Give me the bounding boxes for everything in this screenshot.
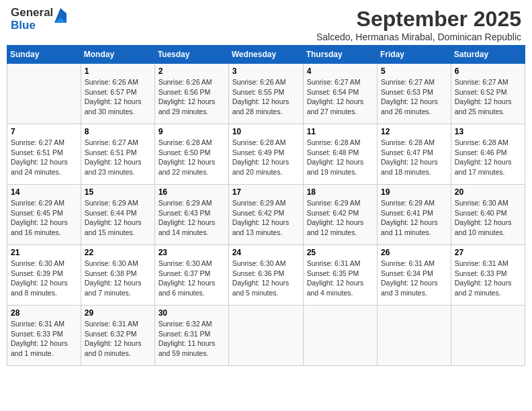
calendar-week-row: 21Sunrise: 6:30 AM Sunset: 6:39 PM Dayli… (7, 245, 525, 306)
day-number: 21 (11, 248, 77, 257)
weekday-header-sunday: Sunday (7, 46, 81, 64)
day-info: Sunrise: 6:30 AM Sunset: 6:37 PM Dayligh… (159, 259, 225, 298)
weekday-header-saturday: Saturday (451, 46, 525, 64)
logo: General Blue (11, 7, 66, 32)
calendar-cell: 6Sunrise: 6:27 AM Sunset: 6:52 PM Daylig… (451, 64, 525, 124)
day-number: 18 (307, 187, 373, 197)
location-subtitle: Salcedo, Hermanas Mirabal, Dominican Rep… (316, 32, 521, 42)
day-number: 26 (381, 248, 447, 257)
calendar-cell (303, 306, 377, 366)
calendar-cell: 10Sunrise: 6:28 AM Sunset: 6:49 PM Dayli… (228, 124, 303, 185)
day-info: Sunrise: 6:29 AM Sunset: 6:45 PM Dayligh… (11, 198, 77, 238)
calendar-table: SundayMondayTuesdayWednesdayThursdayFrid… (7, 45, 525, 366)
weekday-header-friday: Friday (378, 46, 451, 64)
calendar-week-row: 7Sunrise: 6:27 AM Sunset: 6:51 PM Daylig… (7, 124, 525, 185)
day-number: 6 (455, 66, 521, 76)
weekday-header-tuesday: Tuesday (154, 46, 228, 64)
day-number: 7 (11, 127, 77, 136)
day-info: Sunrise: 6:31 AM Sunset: 6:33 PM Dayligh… (455, 259, 521, 298)
weekday-header-monday: Monday (81, 46, 154, 64)
calendar-cell (7, 64, 81, 124)
calendar-cell: 30Sunrise: 6:32 AM Sunset: 6:31 PM Dayli… (154, 306, 228, 366)
day-info: Sunrise: 6:31 AM Sunset: 6:34 PM Dayligh… (381, 259, 447, 298)
day-info: Sunrise: 6:29 AM Sunset: 6:44 PM Dayligh… (85, 198, 151, 238)
day-info: Sunrise: 6:29 AM Sunset: 6:42 PM Dayligh… (232, 198, 300, 238)
day-number: 14 (11, 187, 77, 197)
day-info: Sunrise: 6:26 AM Sunset: 6:56 PM Dayligh… (159, 77, 225, 117)
calendar-cell: 12Sunrise: 6:28 AM Sunset: 6:47 PM Dayli… (378, 124, 451, 185)
calendar-cell: 16Sunrise: 6:29 AM Sunset: 6:43 PM Dayli… (154, 185, 228, 245)
calendar-cell (451, 306, 525, 366)
calendar-cell: 1Sunrise: 6:26 AM Sunset: 6:57 PM Daylig… (81, 64, 154, 124)
day-info: Sunrise: 6:26 AM Sunset: 6:55 PM Dayligh… (232, 77, 300, 117)
day-info: Sunrise: 6:28 AM Sunset: 6:49 PM Dayligh… (232, 138, 300, 177)
calendar-cell: 19Sunrise: 6:29 AM Sunset: 6:41 PM Dayli… (378, 185, 451, 245)
day-info: Sunrise: 6:28 AM Sunset: 6:46 PM Dayligh… (455, 138, 521, 177)
day-number: 30 (159, 308, 225, 318)
page-header: General Blue September 2025 Salcedo, Her… (7, 7, 525, 42)
day-number: 8 (85, 127, 151, 136)
day-number: 28 (11, 308, 77, 318)
day-info: Sunrise: 6:27 AM Sunset: 6:51 PM Dayligh… (11, 138, 77, 177)
day-number: 10 (232, 127, 300, 136)
calendar-cell: 29Sunrise: 6:31 AM Sunset: 6:32 PM Dayli… (81, 306, 154, 366)
day-info: Sunrise: 6:30 AM Sunset: 6:39 PM Dayligh… (11, 259, 77, 298)
day-number: 19 (381, 187, 447, 197)
day-info: Sunrise: 6:30 AM Sunset: 6:38 PM Dayligh… (85, 259, 151, 298)
day-number: 29 (85, 308, 151, 318)
calendar-cell: 23Sunrise: 6:30 AM Sunset: 6:37 PM Dayli… (154, 245, 228, 306)
day-info: Sunrise: 6:31 AM Sunset: 6:32 PM Dayligh… (85, 319, 151, 359)
day-number: 9 (159, 127, 225, 136)
calendar-cell: 15Sunrise: 6:29 AM Sunset: 6:44 PM Dayli… (81, 185, 154, 245)
calendar-cell: 26Sunrise: 6:31 AM Sunset: 6:34 PM Dayli… (378, 245, 451, 306)
day-number: 23 (159, 248, 225, 257)
calendar-week-row: 14Sunrise: 6:29 AM Sunset: 6:45 PM Dayli… (7, 185, 525, 245)
calendar-cell: 3Sunrise: 6:26 AM Sunset: 6:55 PM Daylig… (228, 64, 303, 124)
day-info: Sunrise: 6:30 AM Sunset: 6:36 PM Dayligh… (232, 259, 300, 298)
day-info: Sunrise: 6:28 AM Sunset: 6:50 PM Dayligh… (159, 138, 225, 177)
day-info: Sunrise: 6:29 AM Sunset: 6:41 PM Dayligh… (381, 198, 447, 238)
day-number: 20 (455, 187, 521, 197)
day-number: 17 (232, 187, 300, 197)
calendar-cell: 25Sunrise: 6:31 AM Sunset: 6:35 PM Dayli… (303, 245, 377, 306)
calendar-cell: 18Sunrise: 6:29 AM Sunset: 6:42 PM Dayli… (303, 185, 377, 245)
calendar-cell (228, 306, 303, 366)
calendar-week-row: 28Sunrise: 6:31 AM Sunset: 6:33 PM Dayli… (7, 306, 525, 366)
calendar-cell: 2Sunrise: 6:26 AM Sunset: 6:56 PM Daylig… (154, 64, 228, 124)
day-info: Sunrise: 6:27 AM Sunset: 6:54 PM Dayligh… (307, 77, 373, 117)
calendar-cell: 7Sunrise: 6:27 AM Sunset: 6:51 PM Daylig… (7, 124, 81, 185)
calendar-cell: 17Sunrise: 6:29 AM Sunset: 6:42 PM Dayli… (228, 185, 303, 245)
day-number: 12 (381, 127, 447, 136)
calendar-cell: 8Sunrise: 6:27 AM Sunset: 6:51 PM Daylig… (81, 124, 154, 185)
day-number: 2 (159, 66, 225, 76)
calendar-cell: 20Sunrise: 6:30 AM Sunset: 6:40 PM Dayli… (451, 185, 525, 245)
day-info: Sunrise: 6:31 AM Sunset: 6:35 PM Dayligh… (307, 259, 373, 298)
day-info: Sunrise: 6:27 AM Sunset: 6:51 PM Dayligh… (85, 138, 151, 177)
calendar-cell: 24Sunrise: 6:30 AM Sunset: 6:36 PM Dayli… (228, 245, 303, 306)
calendar-header-row: SundayMondayTuesdayWednesdayThursdayFrid… (7, 46, 525, 64)
day-info: Sunrise: 6:27 AM Sunset: 6:52 PM Dayligh… (455, 77, 521, 117)
calendar-cell: 22Sunrise: 6:30 AM Sunset: 6:38 PM Dayli… (81, 245, 154, 306)
day-info: Sunrise: 6:32 AM Sunset: 6:31 PM Dayligh… (159, 319, 225, 359)
day-number: 11 (307, 127, 373, 136)
day-number: 13 (455, 127, 521, 136)
calendar-week-row: 1Sunrise: 6:26 AM Sunset: 6:57 PM Daylig… (7, 64, 525, 124)
day-number: 16 (159, 187, 225, 197)
day-info: Sunrise: 6:26 AM Sunset: 6:57 PM Dayligh… (85, 77, 151, 117)
day-number: 5 (381, 66, 447, 76)
day-info: Sunrise: 6:31 AM Sunset: 6:33 PM Dayligh… (11, 319, 77, 359)
calendar-cell: 13Sunrise: 6:28 AM Sunset: 6:46 PM Dayli… (451, 124, 525, 185)
calendar-cell: 5Sunrise: 6:27 AM Sunset: 6:53 PM Daylig… (378, 64, 451, 124)
day-info: Sunrise: 6:29 AM Sunset: 6:42 PM Dayligh… (307, 198, 373, 238)
day-number: 1 (85, 66, 151, 76)
day-info: Sunrise: 6:30 AM Sunset: 6:40 PM Dayligh… (455, 198, 521, 238)
weekday-header-thursday: Thursday (303, 46, 377, 64)
month-title: September 2025 (316, 7, 521, 32)
logo-graphic: General Blue (11, 7, 66, 32)
day-number: 3 (232, 66, 300, 76)
weekday-header-wednesday: Wednesday (228, 46, 303, 64)
title-section: September 2025 Salcedo, Hermanas Mirabal… (316, 7, 521, 42)
day-info: Sunrise: 6:28 AM Sunset: 6:47 PM Dayligh… (381, 138, 447, 177)
day-number: 22 (85, 248, 151, 257)
day-info: Sunrise: 6:28 AM Sunset: 6:48 PM Dayligh… (307, 138, 373, 177)
